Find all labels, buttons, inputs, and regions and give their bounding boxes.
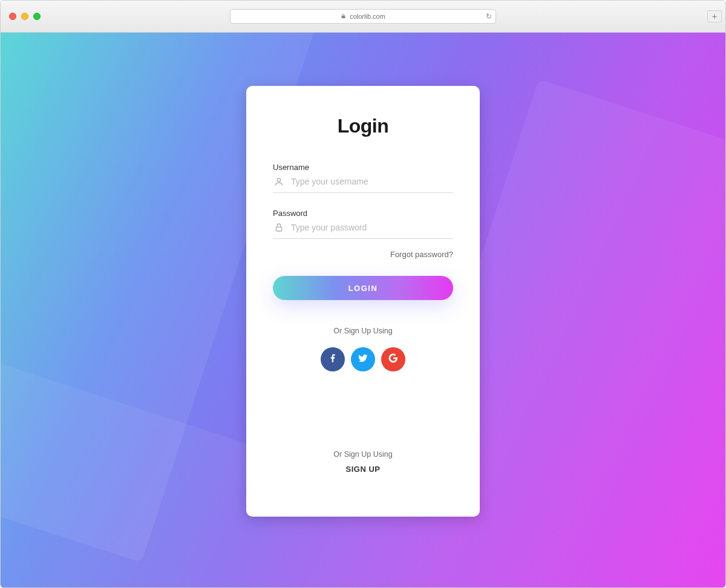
username-label: Username	[273, 163, 453, 172]
window-controls	[9, 13, 41, 20]
username-input[interactable]	[291, 177, 453, 186]
reload-icon[interactable]: ↻	[486, 12, 492, 21]
login-title: Login	[273, 115, 453, 137]
login-button[interactable]: LOGIN	[273, 276, 453, 300]
facebook-button[interactable]	[321, 347, 345, 371]
lock-icon	[341, 13, 346, 20]
user-icon	[274, 177, 284, 186]
address-bar[interactable]: colorlib.com ↻	[230, 9, 496, 24]
twitter-icon	[358, 353, 368, 366]
forgot-password-link[interactable]: Forgot password?	[273, 250, 453, 259]
twitter-button[interactable]	[351, 347, 375, 371]
login-card: Login Username Password Forgot password?…	[246, 86, 480, 517]
svg-point-0	[277, 178, 280, 181]
signup-link[interactable]: SIGN UP	[273, 465, 453, 474]
maximize-window-button[interactable]	[33, 13, 41, 20]
new-tab-button[interactable]: +	[707, 10, 722, 22]
facebook-icon	[327, 353, 338, 366]
social-buttons	[273, 347, 453, 371]
lock-icon	[274, 223, 284, 232]
password-input[interactable]	[291, 223, 453, 232]
address-bar-text: colorlib.com	[350, 13, 385, 20]
browser-titlebar: colorlib.com ↻ +	[0, 0, 726, 33]
password-field: Password	[273, 209, 453, 239]
google-button[interactable]	[381, 347, 405, 371]
or-signup-bottom-text: Or Sign Up Using	[273, 450, 453, 459]
page-viewport: Login Username Password Forgot password?…	[0, 33, 726, 588]
svg-rect-1	[276, 227, 281, 231]
close-window-button[interactable]	[9, 13, 16, 20]
minimize-window-button[interactable]	[21, 13, 28, 20]
google-icon	[388, 353, 399, 366]
username-field: Username	[273, 163, 453, 193]
or-signup-social-text: Or Sign Up Using	[273, 327, 453, 335]
password-label: Password	[273, 209, 453, 218]
